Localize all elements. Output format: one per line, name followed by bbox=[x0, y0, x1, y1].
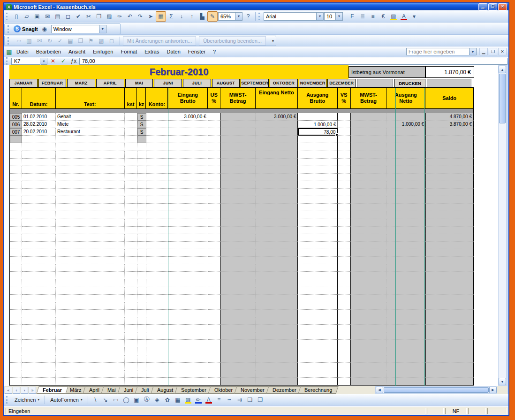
grid-cell[interactable] bbox=[298, 287, 338, 295]
grid-cell[interactable] bbox=[351, 143, 387, 151]
grid-cell[interactable] bbox=[387, 136, 426, 143]
grid-cell[interactable]: Restaurant bbox=[56, 128, 125, 136]
grid-cell[interactable] bbox=[256, 234, 298, 242]
column-header-text[interactable]: Text: bbox=[56, 88, 125, 108]
grid-cell[interactable] bbox=[22, 363, 56, 370]
grid-cell[interactable] bbox=[137, 166, 146, 174]
month-button-mai[interactable]: MAI bbox=[125, 79, 153, 87]
grid-cell[interactable] bbox=[387, 355, 426, 363]
grid-cell[interactable] bbox=[10, 317, 22, 325]
autoshapes-menu-button[interactable]: AutoFormen▾ bbox=[47, 395, 86, 404]
grid-cell[interactable] bbox=[426, 302, 474, 310]
grid-cell[interactable] bbox=[351, 113, 387, 121]
grid-cell[interactable] bbox=[146, 332, 168, 340]
grid-cell[interactable] bbox=[256, 121, 298, 128]
grid-cell[interactable] bbox=[338, 196, 351, 204]
grid-cell[interactable] bbox=[137, 227, 146, 234]
grid-cell[interactable] bbox=[351, 317, 387, 325]
grid-cell[interactable]: 28.02.2010 bbox=[22, 121, 56, 128]
grid-cell[interactable] bbox=[168, 166, 208, 174]
grid-cell[interactable] bbox=[351, 234, 387, 242]
grid-cell[interactable] bbox=[125, 189, 137, 196]
grid-cell[interactable] bbox=[125, 332, 137, 340]
scroll-right-icon[interactable]: ▶ bbox=[489, 387, 497, 393]
grid-cell[interactable] bbox=[168, 279, 208, 287]
grid-cell[interactable] bbox=[168, 143, 208, 151]
grid-cell[interactable] bbox=[208, 121, 221, 128]
grid-cell[interactable] bbox=[338, 264, 351, 272]
grid-cell[interactable] bbox=[426, 204, 474, 211]
grid-cell[interactable] bbox=[351, 279, 387, 287]
close-button[interactable]: ✕ bbox=[498, 3, 507, 10]
grid-cell[interactable] bbox=[387, 378, 426, 385]
grid-cell[interactable] bbox=[256, 310, 298, 317]
cut-icon[interactable]: ✂ bbox=[83, 11, 94, 22]
grid-cell[interactable] bbox=[56, 136, 125, 143]
grid-cell[interactable] bbox=[22, 317, 56, 325]
grid-cell[interactable] bbox=[125, 370, 137, 378]
grid-cell[interactable] bbox=[22, 332, 56, 340]
undo-icon[interactable]: ↶ bbox=[125, 11, 135, 22]
grid-cell[interactable] bbox=[351, 219, 387, 227]
draw-menu-button[interactable]: Zeichnen▾ bbox=[11, 395, 43, 404]
month-button-januar[interactable]: JANUAR bbox=[9, 79, 38, 87]
grid-cell[interactable] bbox=[426, 355, 474, 363]
grid-cell[interactable] bbox=[137, 174, 146, 181]
grid-cell[interactable] bbox=[221, 113, 256, 121]
grid-cell[interactable] bbox=[351, 347, 387, 355]
review-tool-icon[interactable]: ▥ bbox=[24, 36, 34, 46]
grid-cell[interactable] bbox=[168, 242, 208, 249]
grid-cell[interactable] bbox=[351, 181, 387, 189]
grid-cell[interactable] bbox=[338, 174, 351, 181]
grid-cell[interactable] bbox=[208, 355, 221, 363]
fill-color-icon[interactable]: ▨ bbox=[183, 395, 193, 405]
grid-cell[interactable] bbox=[221, 340, 256, 347]
insert-function-icon[interactable]: ƒx bbox=[68, 56, 79, 66]
month-button-februar[interactable]: FEBRUAR bbox=[38, 79, 67, 87]
grid-cell[interactable] bbox=[146, 378, 168, 385]
grid-cell[interactable] bbox=[22, 310, 56, 317]
grid-cell[interactable] bbox=[146, 219, 168, 227]
grid-cell[interactable] bbox=[137, 272, 146, 279]
grid-cell[interactable] bbox=[387, 166, 426, 174]
grid-cell[interactable] bbox=[22, 196, 56, 204]
grid-cell[interactable] bbox=[137, 279, 146, 287]
arrow-icon[interactable]: ↘ bbox=[100, 395, 111, 405]
grid-cell[interactable] bbox=[10, 211, 22, 219]
grid-cell[interactable] bbox=[338, 363, 351, 370]
grid-cell[interactable] bbox=[221, 136, 256, 143]
grid-cell[interactable] bbox=[298, 166, 338, 174]
new-icon[interactable]: ▯ bbox=[11, 11, 22, 22]
grid-cell[interactable] bbox=[387, 242, 426, 249]
grid-cell[interactable] bbox=[168, 136, 208, 143]
format-painter-icon[interactable]: ✑ bbox=[114, 11, 125, 22]
grid-cell[interactable] bbox=[125, 264, 137, 272]
grid-cell[interactable] bbox=[387, 174, 426, 181]
grid-cell[interactable] bbox=[125, 310, 137, 317]
grid-cell[interactable] bbox=[137, 234, 146, 242]
grid-cell[interactable] bbox=[426, 347, 474, 355]
grid-cell[interactable] bbox=[146, 347, 168, 355]
grid-cell[interactable] bbox=[338, 136, 351, 143]
grid-cell[interactable] bbox=[208, 310, 221, 317]
grid-cell[interactable] bbox=[146, 159, 168, 166]
grid-cell[interactable] bbox=[338, 189, 351, 196]
vertical-scrollbar[interactable]: ▲ ▼ bbox=[498, 65, 507, 386]
grid-cell[interactable] bbox=[146, 302, 168, 310]
font-color-icon[interactable]: A bbox=[204, 395, 214, 405]
review-tool-icon[interactable]: ◻ bbox=[106, 36, 117, 46]
grid-cell[interactable] bbox=[338, 340, 351, 347]
grid-cell[interactable] bbox=[256, 181, 298, 189]
capture-icon[interactable]: ◉ bbox=[39, 24, 50, 34]
grid-cell[interactable] bbox=[256, 363, 298, 370]
grid-cell[interactable] bbox=[298, 159, 338, 166]
grid-cell[interactable] bbox=[351, 204, 387, 211]
grid-cell[interactable] bbox=[137, 264, 146, 272]
toolbar-grip[interactable] bbox=[6, 13, 9, 20]
name-box[interactable]: K7 bbox=[11, 58, 40, 65]
grid-cell[interactable] bbox=[387, 287, 426, 295]
grid-cell[interactable] bbox=[221, 249, 256, 257]
autosum-icon[interactable]: Σ bbox=[166, 11, 176, 22]
grid-cell[interactable] bbox=[125, 340, 137, 347]
grid-cell[interactable] bbox=[146, 181, 168, 189]
